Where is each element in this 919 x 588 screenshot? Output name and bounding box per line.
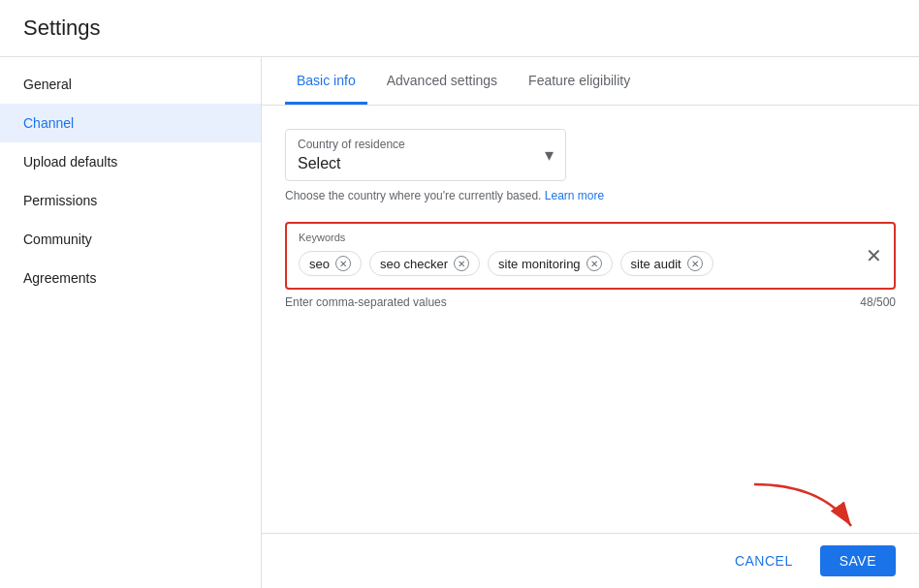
country-select[interactable]: Country of residence Select ▾ <box>285 129 566 181</box>
keyword-remove-site-monitoring[interactable]: ✕ <box>586 256 602 271</box>
keyword-text-seo-checker: seo checker <box>380 257 448 271</box>
keywords-clear-icon[interactable]: ✕ <box>866 244 882 267</box>
keyword-remove-seo[interactable]: ✕ <box>335 256 351 271</box>
page-title: Settings <box>23 15 896 41</box>
keyword-remove-seo-checker[interactable]: ✕ <box>454 256 469 271</box>
cancel-button[interactable]: CANCEL <box>715 545 812 576</box>
keywords-section: Keywords seo ✕ seo checker ✕ sit <box>285 222 896 309</box>
sidebar-label-channel: Channel <box>23 115 74 131</box>
right-panel: Basic info Advanced settings Feature eli… <box>262 57 919 588</box>
sidebar-label-community: Community <box>23 232 92 247</box>
keyword-text-site-audit: site audit <box>631 257 681 271</box>
keywords-tags: seo ✕ seo checker ✕ site monitoring ✕ <box>299 251 882 276</box>
sidebar-label-agreements: Agreements <box>23 270 96 286</box>
keyword-remove-site-audit[interactable]: ✕ <box>687 256 703 271</box>
sidebar-item-channel[interactable]: Channel <box>0 104 261 142</box>
tab-advanced-settings[interactable]: Advanced settings <box>375 57 509 105</box>
keywords-meta: Enter comma-separated values 48/500 <box>285 295 896 309</box>
tab-basic-info[interactable]: Basic info <box>285 57 367 105</box>
country-help-text: Choose the country where you're currentl… <box>285 189 896 202</box>
sidebar-item-permissions[interactable]: Permissions <box>0 181 261 220</box>
keyword-text-site-monitoring: site monitoring <box>498 257 581 271</box>
chevron-down-icon: ▾ <box>545 144 554 166</box>
save-button[interactable]: SAVE <box>820 545 896 576</box>
keyword-tag-site-audit: site audit ✕ <box>620 251 713 276</box>
sidebar-label-upload-defaults: Upload defaults <box>23 154 117 170</box>
keywords-label: Keywords <box>299 232 882 243</box>
tab-bar: Basic info Advanced settings Feature eli… <box>262 57 919 106</box>
keyword-tag-site-monitoring: site monitoring ✕ <box>488 251 613 276</box>
country-field-section: Country of residence Select ▾ Choose the… <box>285 129 896 202</box>
keyword-tag-seo-checker: seo checker ✕ <box>369 251 480 276</box>
sidebar-item-general[interactable]: General <box>0 65 261 104</box>
country-select-label: Country of residence <box>298 138 554 151</box>
sidebar-item-community[interactable]: Community <box>0 220 261 259</box>
keywords-hint: Enter comma-separated values <box>285 295 447 309</box>
keywords-count: 48/500 <box>860 295 896 309</box>
sidebar-item-agreements[interactable]: Agreements <box>0 259 261 297</box>
learn-more-link[interactable]: Learn more <box>545 189 604 202</box>
keyword-text-seo: seo <box>309 257 330 271</box>
keywords-box[interactable]: Keywords seo ✕ seo checker ✕ sit <box>285 222 896 290</box>
sidebar: General Channel Upload defaults Permissi… <box>0 57 262 588</box>
country-select-value: Select <box>298 155 554 172</box>
sidebar-label-permissions: Permissions <box>23 193 97 208</box>
content-area: Country of residence Select ▾ Choose the… <box>262 106 919 533</box>
tab-feature-eligibility[interactable]: Feature eligibility <box>517 57 642 105</box>
footer: CANCEL SAVE <box>262 533 919 588</box>
keyword-tag-seo: seo ✕ <box>299 251 362 276</box>
sidebar-item-upload-defaults[interactable]: Upload defaults <box>0 142 261 181</box>
sidebar-label-general: General <box>23 77 72 92</box>
